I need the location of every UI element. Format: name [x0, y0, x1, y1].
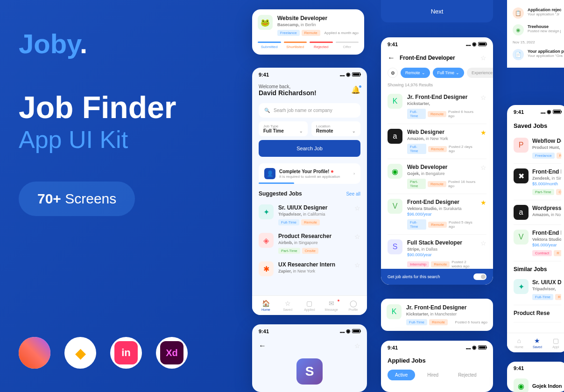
screens-badge: 70+ Screens [19, 182, 135, 216]
nav-message[interactable]: ✉Message [320, 300, 342, 311]
step-shortlisted: Shortlisted [284, 45, 307, 49]
saved-job-item[interactable]: ✖ Front-End De Zendesk, in Sin $5.000/mo… [514, 164, 561, 200]
tool-icons-row: ◆ in Xd [19, 337, 188, 369]
back-button[interactable]: ← [259, 342, 266, 350]
star-icon[interactable]: ☆ [480, 54, 486, 62]
hero-title-1: Job Finder [19, 92, 229, 123]
nav-profile[interactable]: ◯Profile [342, 300, 364, 311]
bottom-nav: 🏠Home ☆Saved ▢Applied ✉Message ◯Profile [252, 295, 367, 315]
search-input[interactable]: 🔍 Searh job name or company [259, 103, 360, 118]
notifications-card: 📋 Application rejecYour application "Jr … [507, 0, 564, 68]
profile-icon: 👤 [264, 168, 275, 179]
chip-experience[interactable]: Experience Lev [467, 68, 493, 78]
chevron-down-icon: ⌄ [299, 129, 303, 133]
company-logo: S [388, 239, 402, 254]
notification-item[interactable]: 📋 Application rejecYour application "Jr [513, 5, 562, 21]
nav-home[interactable]: 🏠Home [255, 300, 277, 311]
nav-saved[interactable]: ☆Saved [277, 300, 299, 311]
search-result-item[interactable]: K Jr. Front-End Designer Kickstarter, Fu… [388, 89, 486, 124]
welcome-text: Welcome back, [259, 84, 360, 89]
company-icon: ◉ [513, 24, 524, 35]
search-results-screen: 9:41 ← Front-End Developer ☆ ⚙ Remote ⌄ … [381, 37, 493, 285]
tag-remote: Remote [302, 30, 320, 36]
nav-applied[interactable]: ▢Appl [547, 337, 564, 349]
nav-applied[interactable]: ▢Applied [299, 300, 321, 311]
star-icon[interactable]: ☆ [480, 164, 486, 171]
step-submitted: Submitted [258, 45, 281, 49]
notification-bell-icon[interactable]: 🔔 [351, 85, 360, 94]
company-logo: ◈ [259, 233, 274, 248]
nav-saved[interactable]: ★Saved [528, 337, 546, 349]
similar-job-item[interactable]: ✦ Sr. UI/UX Des Tripadvisor, Full-TimeR [514, 274, 561, 305]
screens-mosaic: 🐸 Website Developer Basecamp, in Berlin … [247, 0, 564, 392]
basecamp-logo: 🐸 [258, 15, 273, 30]
company-logo: ✦ [259, 204, 274, 219]
company-logo: a [514, 205, 529, 220]
search-icon: 🔍 [264, 108, 270, 113]
notification-date: Nov 15, 2022 [513, 38, 562, 46]
sketch-icon: ◆ [64, 337, 96, 369]
job-card[interactable]: K Jr. Front-End Designer Kickstarter, in… [381, 299, 493, 331]
notification-item[interactable]: ◉ TreehousePosted new design j [513, 21, 562, 38]
bottom-nav: ⌂Home ★Saved ▢Appl [507, 333, 564, 352]
star-icon[interactable]: ☆ [480, 239, 486, 247]
search-placeholder: Searh job name or company [274, 108, 332, 113]
hero-title-2: App UI Kit [19, 126, 229, 154]
star-icon[interactable]: ★ [480, 199, 486, 206]
company-logo: P [514, 138, 529, 153]
location-filter[interactable]: Location Remote⌄ [311, 121, 360, 136]
job-type-filter[interactable]: Job Type Full Time⌄ [259, 121, 308, 136]
notification-item[interactable]: 📄 Your application pYour application "Gr… [513, 46, 562, 63]
company-logo-large: S [296, 358, 323, 385]
applied-jobs-screen: 9:41 Applied Jobs Active Hired Rejected [381, 341, 493, 392]
star-icon[interactable]: ★ [480, 129, 486, 136]
step-rejected: Rejected [310, 45, 333, 49]
filter-toggle-icon[interactable]: ⚙ [388, 68, 398, 78]
figma-icon [19, 337, 50, 369]
star-icon[interactable]: ☆ [480, 94, 486, 101]
job-item[interactable]: ✦ Sr. UI/UX Designer Tripadvisor, in Cal… [259, 201, 360, 229]
saved-job-item[interactable]: V Front-End De Vektora Studio $96.000/ye… [514, 225, 561, 261]
company-name: Gojek Indon [532, 383, 562, 389]
screens-text: Screens [61, 191, 116, 206]
star-icon[interactable]: ☆ [354, 204, 360, 212]
kickstarter-logo: K [387, 304, 402, 319]
back-button[interactable]: ← [388, 54, 395, 62]
search-result-item[interactable]: ◉ Web Developer Gojek, in Bengalore Part… [388, 159, 486, 194]
job-item[interactable]: ✱ UX Researcher Intern Zapier, in New Yo… [259, 258, 360, 280]
star-icon[interactable]: ☆ [354, 233, 360, 240]
search-result-item[interactable]: V Front-End Designer Vektora Studio, in … [388, 194, 486, 235]
chip-remote[interactable]: Remote ⌄ [401, 68, 430, 78]
next-button[interactable]: Next [381, 0, 493, 22]
complete-profile-card[interactable]: 👤 Complete Your Profile! It is required … [259, 163, 360, 184]
search-result-item[interactable]: S Full Stack Developer Stripe, in Dallas… [388, 235, 486, 273]
saved-job-item[interactable]: P Webflow Dev Product Hunt, FreelanceR [514, 133, 561, 164]
star-icon[interactable]: ☆ [354, 261, 360, 269]
star-icon[interactable]: ☆ [354, 342, 360, 350]
search-result-item[interactable]: a Web Designer Amazon, in New York Full-… [388, 124, 486, 159]
suggested-jobs-title: Suggested Jobs [259, 190, 302, 197]
home-screen: 9:41 Welcome back, David Richardson! 🔔 🔍… [252, 68, 367, 315]
tab-hired[interactable]: Hired [420, 370, 446, 380]
search-job-button[interactable]: Search Job [259, 140, 360, 157]
user-name: David Richardson! [259, 89, 360, 97]
hero-panel: Joby. Job Finder App UI Kit 70+ Screens [19, 28, 229, 216]
company-logo: ✦ [514, 279, 529, 294]
chevron-down-icon: ⌄ [352, 129, 356, 133]
company-logo: ◉ [388, 164, 402, 179]
see-all-link[interactable]: See all [346, 191, 360, 196]
job-item[interactable]: ◈ Product Researcher Airbnb, in Singapor… [259, 229, 360, 258]
similar-job-item[interactable]: Product Rese [514, 305, 561, 322]
results-count: Showing 14,976 Results [381, 81, 493, 89]
tab-active[interactable]: Active [388, 370, 415, 380]
application-progress: Submitted Shortlisted Rejected Offer [258, 42, 359, 49]
tab-rejected[interactable]: Rejected [451, 370, 484, 380]
nav-home[interactable]: ⌂Home [510, 337, 528, 349]
chip-fulltime[interactable]: Full Time ⌄ [433, 68, 465, 78]
alerts-toggle[interactable] [473, 273, 486, 280]
screens-count: 70+ [37, 191, 61, 206]
chevron-down-icon: ⌄ [456, 70, 459, 75]
status-bar: 9:41 [252, 68, 367, 81]
step-offer: Offer [336, 45, 359, 49]
saved-job-item[interactable]: a Wordpress D Amazon, in No [514, 200, 561, 225]
